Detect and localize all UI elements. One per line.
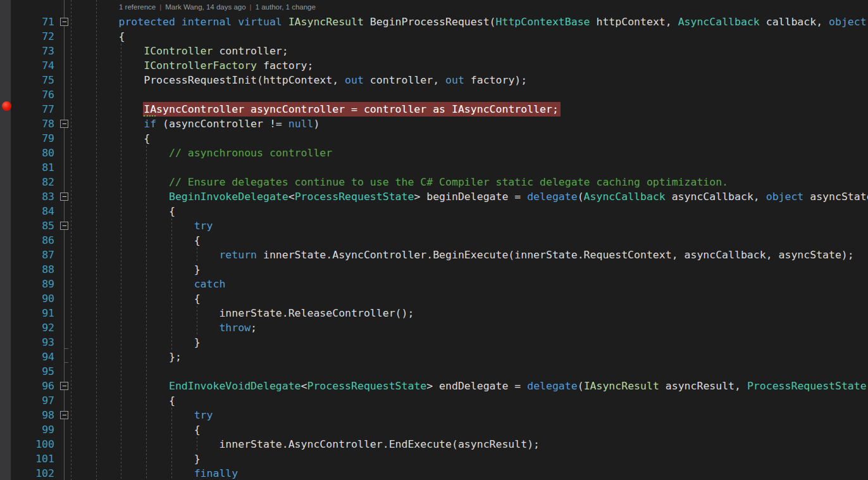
codelens-history-link[interactable]: Mark Wang, 14 days ago: [165, 3, 245, 11]
collapse-icon[interactable]: −: [60, 382, 68, 390]
code-line: 101 }: [0, 452, 868, 466]
code-line: 95: [0, 364, 868, 379]
line-number: 99: [18, 422, 54, 437]
line-number: 74: [18, 58, 54, 73]
code-text[interactable]: {: [68, 131, 150, 146]
code-text[interactable]: protected internal virtual IAsyncResult …: [68, 15, 868, 29]
line-number: 81: [18, 160, 54, 175]
line-number: 90: [18, 291, 54, 306]
code-line: 83− BeginInvokeDelegate<ProcessRequestSt…: [0, 189, 868, 204]
code-line: 90 {: [0, 291, 868, 306]
line-number: 86: [18, 233, 54, 248]
code-line: 71− protected internal virtual IAsyncRes…: [0, 15, 868, 29]
code-line: 102 finally: [0, 466, 868, 480]
code-text[interactable]: if (asyncController != null): [68, 117, 319, 131]
code-line: 88 }: [0, 262, 868, 277]
codelens-separator: |: [156, 3, 165, 11]
code-line: 76: [0, 87, 868, 102]
code-text[interactable]: try: [68, 408, 213, 422]
code-text[interactable]: try: [68, 218, 213, 233]
breakpoint-margin[interactable]: [0, 0, 11, 480]
line-number: 77: [18, 102, 54, 117]
line-number: 100: [18, 437, 54, 452]
code-text[interactable]: return innerState.AsyncController.BeginE…: [68, 248, 854, 262]
code-text[interactable]: }: [68, 262, 201, 277]
code-text[interactable]: EndInvokeVoidDelegate<ProcessRequestStat…: [68, 379, 868, 393]
code-text[interactable]: // Ensure delegates continue to use the …: [68, 175, 728, 189]
code-text[interactable]: throw;: [68, 320, 257, 335]
line-number: 101: [18, 452, 54, 466]
code-text[interactable]: IAsyncController asyncController = contr…: [68, 102, 559, 117]
line-number: 72: [18, 29, 54, 44]
code-text[interactable]: IControllerFactory factory;: [68, 58, 313, 73]
line-number: 88: [18, 262, 54, 277]
code-line: 94 };: [0, 350, 868, 364]
line-number: 75: [18, 73, 54, 87]
code-text[interactable]: IController controller;: [68, 44, 288, 58]
code-line: 75 ProcessRequestInit(httpContext, out c…: [0, 73, 868, 87]
line-number: 89: [18, 277, 54, 291]
code-line: 91 innerState.ReleaseController();: [0, 306, 868, 320]
code-line: 87 return innerState.AsyncController.Beg…: [0, 248, 868, 262]
code-text[interactable]: innerState.ReleaseController();: [68, 306, 414, 320]
code-text[interactable]: {: [68, 393, 175, 408]
code-text[interactable]: // asynchronous controller: [68, 146, 332, 160]
code-text[interactable]: }: [68, 452, 201, 466]
collapse-icon[interactable]: −: [60, 18, 68, 26]
line-number: 71: [18, 15, 54, 29]
line-number: 87: [18, 248, 54, 262]
line-number: 76: [18, 87, 54, 102]
code-line: 72 {: [0, 29, 868, 44]
code-line: 78− if (asyncController != null): [0, 117, 868, 131]
code-line: 93 }: [0, 335, 868, 350]
code-line: 73 IController controller;: [0, 44, 868, 58]
code-text[interactable]: {: [68, 233, 201, 248]
line-number: 84: [18, 204, 54, 218]
code-line: 92 throw;: [0, 320, 868, 335]
collapse-icon[interactable]: −: [60, 120, 68, 128]
line-number: 78: [18, 117, 54, 131]
code-line: 86 {: [0, 233, 868, 248]
suggestion-squiggle: [144, 113, 156, 117]
line-number: 70: [18, 0, 54, 3]
line-number: 98: [18, 408, 54, 422]
code-line: 77 IAsyncController asyncController = co…: [0, 102, 868, 117]
line-number: 97: [18, 393, 54, 408]
code-line: 98− try: [0, 408, 868, 422]
code-text[interactable]: {: [68, 29, 125, 44]
code-line: 74 IControllerFactory factory;: [0, 58, 868, 73]
line-number: 96: [18, 379, 54, 393]
collapse-icon[interactable]: −: [60, 411, 68, 419]
code-line: 100 innerState.AsyncController.EndExecut…: [0, 437, 868, 452]
code-line: 85− try: [0, 218, 868, 233]
code-line: 97 {: [0, 393, 868, 408]
code-text[interactable]: finally: [68, 466, 238, 480]
breakpoint-icon[interactable]: [2, 101, 11, 111]
codelens: 1 reference|Mark Wang, 14 days ago|1 aut…: [119, 3, 316, 11]
folding-outline-line: [64, 0, 65, 480]
code-line: 80 // asynchronous controller: [0, 146, 868, 160]
code-line: 96− EndInvokeVoidDelegate<ProcessRequest…: [0, 379, 868, 393]
code-text[interactable]: {: [68, 422, 201, 437]
code-line: 79 {: [0, 131, 868, 146]
code-text[interactable]: };: [68, 350, 182, 364]
codelens-references-link[interactable]: 1 reference: [119, 3, 156, 11]
line-number: 91: [18, 306, 54, 320]
codelens-separator: |: [246, 3, 256, 11]
code-text[interactable]: ProcessRequestInit(httpContext, out cont…: [68, 73, 527, 87]
codelens-changes-link[interactable]: 1 author, 1 change: [256, 3, 316, 11]
code-line: 99 {: [0, 422, 868, 437]
code-text[interactable]: {: [68, 204, 175, 218]
code-text[interactable]: catch: [68, 277, 225, 291]
line-number: 83: [18, 189, 54, 204]
code-line: 81: [0, 160, 868, 175]
collapse-icon[interactable]: −: [60, 193, 68, 201]
code-text[interactable]: }: [68, 335, 201, 350]
code-text[interactable]: innerState.AsyncController.EndExecute(as…: [68, 437, 540, 452]
collapse-icon[interactable]: −: [60, 222, 68, 230]
line-number: 94: [18, 350, 54, 364]
line-number: 85: [18, 218, 54, 233]
code-text[interactable]: {: [68, 291, 201, 306]
line-number: 102: [18, 466, 54, 480]
code-text[interactable]: BeginInvokeDelegate<ProcessRequestState>…: [68, 189, 868, 204]
